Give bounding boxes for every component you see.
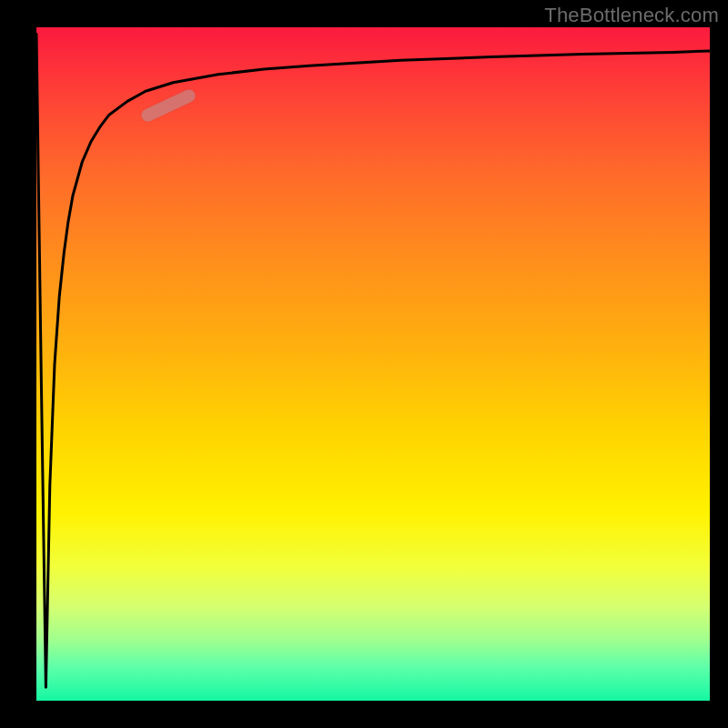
plot-area	[36, 27, 710, 701]
chart-frame: TheBottleneck.com	[0, 0, 728, 728]
curve-svg	[36, 27, 710, 701]
curve-path	[36, 34, 710, 687]
watermark-text: TheBottleneck.com	[544, 4, 719, 27]
